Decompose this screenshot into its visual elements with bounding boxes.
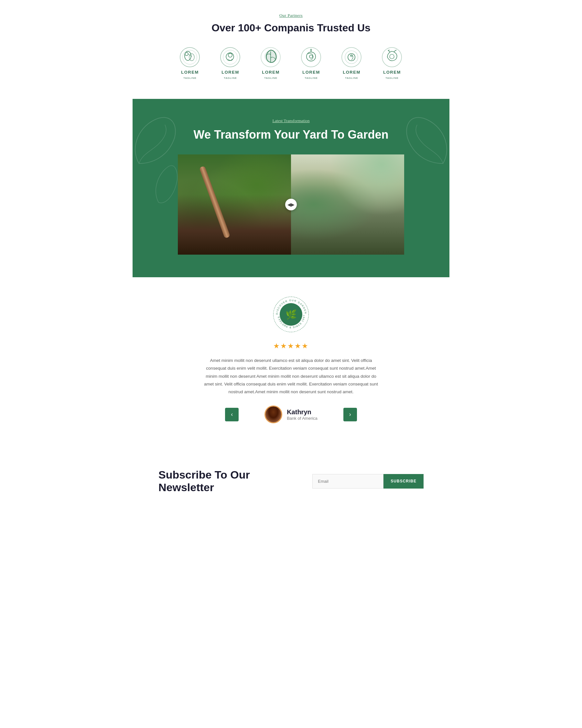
- author-company: Bank of America: [287, 416, 318, 421]
- newsletter-form: SUBSCRIBE: [312, 474, 424, 489]
- svg-text:DISCOVER OUR GARDEN &: DISCOVER OUR GARDEN &: [274, 297, 307, 315]
- testimonial-navigation: ‹ Kathryn Bank of America ›: [165, 406, 417, 423]
- badge-outer-ring: DISCOVER OUR GARDEN & EXPLORE & SINCE 19…: [273, 296, 309, 332]
- svg-point-8: [228, 53, 232, 57]
- testimonial-author: Kathryn Bank of America: [264, 406, 318, 423]
- partner-icon-4: [301, 47, 322, 68]
- partner-tagline-1: TAGLINE: [183, 77, 197, 79]
- partners-title: Over 100+ Companis Trusted Us: [152, 22, 430, 34]
- svg-point-11: [309, 55, 313, 58]
- partner-icon-2: [220, 47, 241, 68]
- transformation-section: Latest Transformation We Transform Your …: [132, 99, 450, 277]
- author-name: Kathryn: [287, 409, 318, 416]
- star-rating: ★★★★★: [165, 342, 417, 350]
- partner-name-2: LOREM: [222, 70, 239, 75]
- partner-tagline-3: TAGLINE: [264, 77, 277, 79]
- svg-point-18: [389, 54, 394, 59]
- svg-point-3: [189, 54, 194, 61]
- partner-logo-5: LOREM TAGLINE: [341, 47, 362, 79]
- badge-circle: DISCOVER OUR GARDEN & EXPLORE & SINCE 19…: [273, 296, 309, 332]
- transformation-title: We Transform Your Yard To Garden: [132, 128, 450, 141]
- garden-before-image: [178, 154, 291, 255]
- newsletter-title: Subscribe To Our Newsletter: [158, 469, 268, 494]
- divider-arrows-icon: ◀▶: [287, 202, 295, 207]
- leaf-bg-right-icon: [404, 99, 450, 228]
- newsletter-email-input[interactable]: [312, 474, 383, 489]
- author-avatar: [264, 406, 282, 423]
- partner-logo-6: LOREM TAGLINE: [382, 47, 403, 79]
- garden-girl-image: [291, 154, 404, 255]
- partner-tagline-4: TAGLINE: [305, 77, 318, 79]
- testimonial-section: DISCOVER OUR GARDEN & EXPLORE & SINCE 19…: [132, 277, 450, 449]
- partner-name-5: LOREM: [343, 70, 360, 75]
- svg-point-17: [382, 48, 402, 67]
- newsletter-subscribe-button[interactable]: SUBSCRIBE: [383, 474, 424, 489]
- partners-label[interactable]: Our Partners: [152, 13, 430, 18]
- partner-name-1: LOREM: [181, 70, 199, 75]
- newsletter-section: Subscribe To Our Newsletter SUBSCRIBE: [132, 449, 450, 520]
- partner-icon-1: [179, 47, 200, 68]
- author-info: Kathryn Bank of America: [287, 409, 318, 421]
- partner-logo-3: LOREM TAGLINE: [260, 47, 281, 79]
- partners-section: Our Partners Over 100+ Companis Trusted …: [132, 0, 450, 99]
- svg-point-0: [180, 48, 200, 67]
- badge-curved-text: DISCOVER OUR GARDEN & EXPLORE & SINCE 19…: [274, 297, 309, 333]
- partner-name-6: LOREM: [383, 70, 401, 75]
- garden-tool-image: [178, 154, 291, 255]
- partner-name-3: LOREM: [262, 70, 279, 75]
- partner-tagline-5: TAGLINE: [345, 77, 358, 79]
- image-divider-circle[interactable]: ◀▶: [285, 199, 297, 210]
- partner-icon-6: [382, 47, 403, 68]
- svg-point-4: [185, 52, 188, 56]
- leaf-bg-left-icon: [132, 99, 178, 228]
- transformation-images: ◀▶: [178, 154, 404, 255]
- partner-tagline-6: TAGLINE: [385, 77, 399, 79]
- partner-icon-3: [260, 47, 281, 68]
- transformation-label[interactable]: Latest Transformation: [132, 118, 450, 124]
- svg-point-16: [350, 55, 353, 57]
- svg-point-13: [310, 49, 312, 51]
- partner-logo-2: LOREM TAGLINE: [220, 47, 241, 79]
- partner-icon-5: [341, 47, 362, 68]
- partner-name-4: LOREM: [302, 70, 320, 75]
- next-testimonial-button[interactable]: ›: [344, 408, 357, 421]
- garden-after-image: [291, 154, 404, 255]
- prev-testimonial-button[interactable]: ‹: [225, 408, 238, 421]
- partner-logo-4: LOREM TAGLINE: [301, 47, 322, 79]
- partner-logo-1: LOREM TAGLINE: [179, 47, 200, 79]
- author-avatar-image: [265, 407, 281, 422]
- testimonial-body: Amet minim mollit non deserunt ullamco e…: [200, 357, 382, 396]
- partner-tagline-2: TAGLINE: [224, 77, 237, 79]
- partners-logos-row: LOREM TAGLINE LOREM TAGLINE: [152, 47, 430, 79]
